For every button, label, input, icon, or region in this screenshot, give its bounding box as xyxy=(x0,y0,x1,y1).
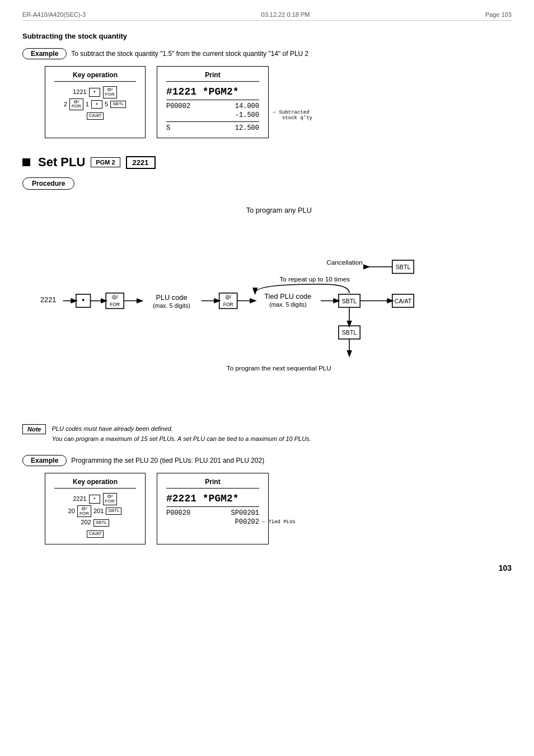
receipt-qty14-subtract: 14.000 xyxy=(235,102,259,110)
header-right: Page 103 xyxy=(485,11,512,18)
key-sequence-setplu: 2221 • @/FOR 20 @/FOR 201 SBTL 202 SBTL … xyxy=(54,493,136,539)
key-op-title-setplu: Key operation xyxy=(54,478,136,489)
example-row-setplu: Example Programming the set PLU 20 (tied… xyxy=(22,455,512,466)
tied-plu-label: ← Tied PLUs xyxy=(263,519,296,525)
pgm-number: 2221 xyxy=(126,156,156,169)
example-badge-subtract: Example xyxy=(22,48,67,59)
subtract-two-col: Key operation 1221 • @/FOR 2 @/FOR 1 • 5… xyxy=(45,66,512,138)
ks2-20: 20 xyxy=(68,507,75,514)
ks2-202: 202 xyxy=(81,519,91,525)
svg-text:SBTL: SBTL xyxy=(342,329,357,336)
print-title-setplu: Print xyxy=(166,478,259,489)
example-badge-setplu: Example xyxy=(22,455,67,466)
page-number-text: 103 xyxy=(499,564,512,572)
receipt-subtract: #1221 *PGM2* P00002 14.000 -1.500 ← Subt… xyxy=(166,86,259,132)
receipt-setplu: #2221 *PGM2* P00020 SP00201 P00202 ← Tie… xyxy=(166,493,259,526)
example-text-subtract: To subtract the stock quantity "1.5" fro… xyxy=(71,50,308,58)
ks-dot2-btn: • xyxy=(91,100,102,109)
print-box-subtract: Print #1221 *PGM2* P00002 14.000 -1.500 … xyxy=(157,66,269,138)
setplu-two-col: Key operation 2221 • @/FOR 20 @/FOR 201 … xyxy=(45,473,512,544)
page-header: ER-A410/A420(SEC)-3 03.12.22 0:18 PM Pag… xyxy=(22,11,512,21)
ks-caat-btn: CA/AT xyxy=(87,112,104,120)
receipt-row2-subtract: P00002 14.000 xyxy=(166,102,259,110)
key-operation-box-subtract: Key operation 1221 • @/FOR 2 @/FOR 1 • 5… xyxy=(45,66,146,138)
receipt-line1-subtract: #1221 *PGM2* xyxy=(166,86,259,97)
subtracted-label: ← Subtracted stock q'ty xyxy=(273,110,312,121)
flowchart-svg: To program any PLU 2221 • @/ FOR PLU cod… xyxy=(22,199,512,411)
note-text: PLU codes must have already been defined… xyxy=(51,424,311,444)
svg-text:•: • xyxy=(82,295,85,304)
svg-text:FOR: FOR xyxy=(223,302,233,307)
ks2-sbtl1-btn: SBTL xyxy=(106,508,121,515)
ks-1221: 1221 xyxy=(73,88,86,95)
svg-text:@/: @/ xyxy=(225,294,232,300)
key-sequence-subtract: 1221 • @/FOR 2 @/FOR 1 • 5 SBTL CA/AT xyxy=(54,86,136,121)
receipt-sp-setplu: SP00201 xyxy=(231,509,259,517)
receipt-row4-subtract: S 12.500 xyxy=(166,124,259,132)
subtracting-title: Subtracting the stock quantity xyxy=(22,32,512,40)
note-badge: Note xyxy=(22,424,46,434)
svg-text:To program the next sequential: To program the next sequential PLU xyxy=(227,364,331,372)
set-plu-heading: Set PLU PGM 2 2221 xyxy=(22,155,512,170)
svg-text:FOR: FOR xyxy=(110,302,120,307)
receipt-minus-subtract: -1.500 xyxy=(235,111,259,119)
flowchart: To program any PLU 2221 • @/ FOR PLU cod… xyxy=(22,199,512,413)
svg-text:To program any PLU: To program any PLU xyxy=(246,206,312,214)
receipt-plu-setplu: P00020 xyxy=(166,509,190,517)
pgm-badge: PGM 2 xyxy=(91,157,120,167)
example-row-subtract: Example To subtract the stock quantity "… xyxy=(22,48,512,59)
page-number: 103 xyxy=(22,561,512,572)
ks2-2221: 2221 xyxy=(73,495,86,502)
receipt-plu-subtract: P00002 xyxy=(166,102,190,110)
ks-for1-btn: @/FOR xyxy=(103,86,117,98)
ks2-for2-btn: @/FOR xyxy=(77,505,91,518)
set-plu-title-text: Set PLU xyxy=(38,155,85,170)
print-box-setplu: Print #2221 *PGM2* P00020 SP00201 P00202… xyxy=(157,473,269,544)
ks-for2-btn: @/FOR xyxy=(69,98,83,111)
set-plu-title: Set PLU xyxy=(38,155,85,170)
ks-sbtl-btn: SBTL xyxy=(110,101,126,108)
note-line1: PLU codes must have already been defined… xyxy=(51,424,311,434)
header-left: ER-A410/A420(SEC)-3 xyxy=(22,11,86,18)
svg-text:2221: 2221 xyxy=(40,295,56,304)
note-line2: You can program a maximum of 15 set PLUs… xyxy=(51,434,311,444)
header-middle: 03.12.22 0:18 PM xyxy=(261,11,310,18)
svg-text:PLU code: PLU code xyxy=(156,293,187,302)
svg-text:CA/AT: CA/AT xyxy=(395,298,412,304)
ks-dot-btn: • xyxy=(89,88,100,97)
svg-text:Tied PLU code: Tied PLU code xyxy=(264,292,311,300)
note-box: Note PLU codes must have already been de… xyxy=(22,424,512,444)
square-icon xyxy=(22,158,30,166)
svg-text:SBTL: SBTL xyxy=(342,298,357,304)
svg-text:(max. 5 digits): (max. 5 digits) xyxy=(269,301,307,308)
print-title-subtract: Print xyxy=(166,71,259,82)
receipt-s-subtract: S xyxy=(166,124,170,132)
ks-2: 2 xyxy=(64,100,67,107)
key-op-title-subtract: Key operation xyxy=(54,71,136,82)
receipt-line1-setplu: #2221 *PGM2* xyxy=(166,493,259,504)
receipt-total-subtract: 12.500 xyxy=(235,124,259,132)
ks2-dot-btn: • xyxy=(89,495,100,504)
subtracting-section: Subtracting the stock quantity Example T… xyxy=(22,32,512,138)
svg-text:SBTL: SBTL xyxy=(396,264,411,270)
set-plu-example-section: Example Programming the set PLU 20 (tied… xyxy=(22,455,512,544)
receipt-row2-setplu: P00020 SP00201 xyxy=(166,509,259,517)
procedure-badge: Procedure xyxy=(22,177,74,190)
svg-text:@/: @/ xyxy=(112,294,119,300)
svg-text:To repeat up to 10 times: To repeat up to 10 times xyxy=(279,275,350,283)
receipt-p00202: P00202 xyxy=(235,518,259,526)
svg-text:Cancellation: Cancellation xyxy=(326,259,363,266)
key-operation-box-setplu: Key operation 2221 • @/FOR 20 @/FOR 201 … xyxy=(45,473,146,544)
ks2-for1-btn: @/FOR xyxy=(103,493,117,505)
ks2-sbtl2-btn: SBTL xyxy=(93,519,109,527)
ks2-caat-btn: CA/AT xyxy=(87,530,104,538)
svg-text:(max. 5 digits): (max. 5 digits) xyxy=(153,302,190,309)
example-text-setplu: Programming the set PLU 20 (tied PLUs: P… xyxy=(71,457,264,464)
